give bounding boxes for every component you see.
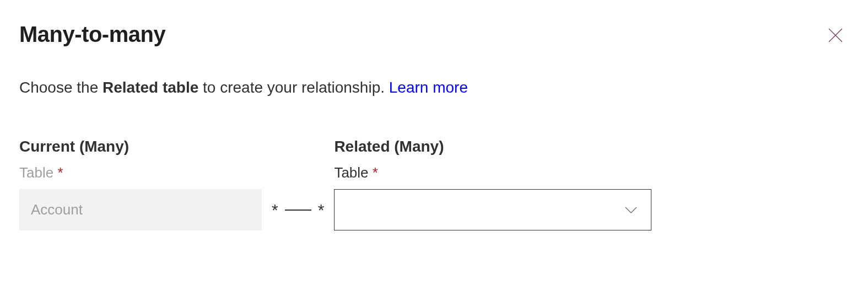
learn-more-link[interactable]: Learn more (389, 79, 468, 96)
description-suffix: to create your relationship. (198, 79, 389, 96)
current-table-column: Current (Many) Table * Account (19, 138, 262, 230)
connector-star-left: * (272, 202, 278, 218)
relationship-connector: * * (262, 189, 334, 230)
chevron-down-icon (622, 201, 640, 219)
required-marker: * (373, 164, 378, 181)
close-icon (827, 26, 844, 44)
related-table-label: Table * (334, 164, 651, 181)
connector-line (285, 210, 311, 211)
panel-title: Many-to-many (19, 22, 165, 47)
current-table-field: Account (19, 189, 262, 230)
current-table-value: Account (31, 201, 83, 218)
connector-star-right: * (318, 202, 325, 218)
current-table-label: Table * (19, 164, 262, 181)
related-table-dropdown[interactable] (334, 189, 651, 230)
description-bold: Related table (103, 79, 198, 96)
description-prefix: Choose the (19, 79, 103, 96)
required-marker: * (57, 164, 63, 181)
related-table-column: Related (Many) Table * (334, 138, 651, 230)
close-button[interactable] (822, 22, 849, 49)
relationship-form-row: Current (Many) Table * Account * * Relat… (19, 138, 849, 230)
current-heading: Current (Many) (19, 138, 262, 155)
current-table-label-text: Table (19, 164, 53, 181)
related-heading: Related (Many) (334, 138, 651, 155)
related-table-label-text: Table (334, 164, 368, 181)
panel-description: Choose the Related table to create your … (19, 79, 849, 96)
